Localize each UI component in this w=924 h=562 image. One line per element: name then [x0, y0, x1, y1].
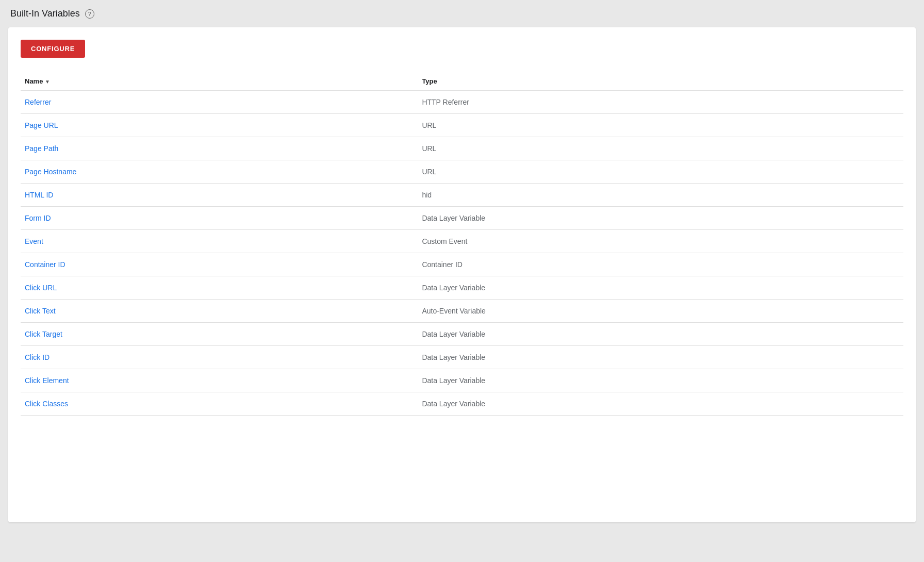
variable-name[interactable]: Click Element — [21, 369, 418, 392]
table-row: Click TextAuto-Event Variable — [21, 300, 903, 323]
variable-type: Custom Event — [418, 230, 903, 253]
column-header-name[interactable]: Name ▼ — [21, 72, 418, 91]
variable-name[interactable]: Click Target — [21, 323, 418, 346]
configure-button[interactable]: CONFIGURE — [21, 40, 85, 58]
variable-type: Data Layer Variable — [418, 392, 903, 416]
variable-type: Data Layer Variable — [418, 276, 903, 300]
variable-name[interactable]: Click URL — [21, 276, 418, 300]
variable-name[interactable]: Container ID — [21, 253, 418, 276]
table-row: Container IDContainer ID — [21, 253, 903, 276]
variable-type: hid — [418, 184, 903, 207]
variable-type: Container ID — [418, 253, 903, 276]
main-card: CONFIGURE Name ▼ Type ReferrerHTTP Refer… — [8, 27, 916, 522]
variables-table: Name ▼ Type ReferrerHTTP ReferrerPage UR… — [21, 72, 903, 416]
variable-type: URL — [418, 114, 903, 137]
variable-name[interactable]: HTML ID — [21, 184, 418, 207]
table-row: Click IDData Layer Variable — [21, 346, 903, 369]
variable-name[interactable]: Click Classes — [21, 392, 418, 416]
variable-type: Data Layer Variable — [418, 346, 903, 369]
table-row: Click URLData Layer Variable — [21, 276, 903, 300]
page-title: Built-In Variables — [10, 8, 80, 19]
variable-type: URL — [418, 160, 903, 184]
variable-type: Data Layer Variable — [418, 207, 903, 230]
variable-name[interactable]: Page URL — [21, 114, 418, 137]
table-row: Form IDData Layer Variable — [21, 207, 903, 230]
variable-name[interactable]: Referrer — [21, 91, 418, 114]
table-row: EventCustom Event — [21, 230, 903, 253]
page-header: Built-In Variables ? — [0, 0, 924, 27]
help-icon[interactable]: ? — [85, 9, 94, 19]
variable-type: URL — [418, 137, 903, 160]
table-row: Page PathURL — [21, 137, 903, 160]
variable-name[interactable]: Click ID — [21, 346, 418, 369]
column-header-type: Type — [418, 72, 903, 91]
variable-name[interactable]: Form ID — [21, 207, 418, 230]
table-row: Page HostnameURL — [21, 160, 903, 184]
variable-name[interactable]: Click Text — [21, 300, 418, 323]
variable-type: HTTP Referrer — [418, 91, 903, 114]
variable-name[interactable]: Page Hostname — [21, 160, 418, 184]
variable-type: Data Layer Variable — [418, 369, 903, 392]
table-row: HTML IDhid — [21, 184, 903, 207]
variable-name[interactable]: Page Path — [21, 137, 418, 160]
table-row: Click ClassesData Layer Variable — [21, 392, 903, 416]
sort-icon: ▼ — [45, 79, 50, 85]
table-row: Click ElementData Layer Variable — [21, 369, 903, 392]
variable-name[interactable]: Event — [21, 230, 418, 253]
variable-type: Data Layer Variable — [418, 323, 903, 346]
column-name-label: Name — [25, 77, 43, 85]
table-row: ReferrerHTTP Referrer — [21, 91, 903, 114]
table-row: Page URLURL — [21, 114, 903, 137]
table-row: Click TargetData Layer Variable — [21, 323, 903, 346]
variable-type: Auto-Event Variable — [418, 300, 903, 323]
